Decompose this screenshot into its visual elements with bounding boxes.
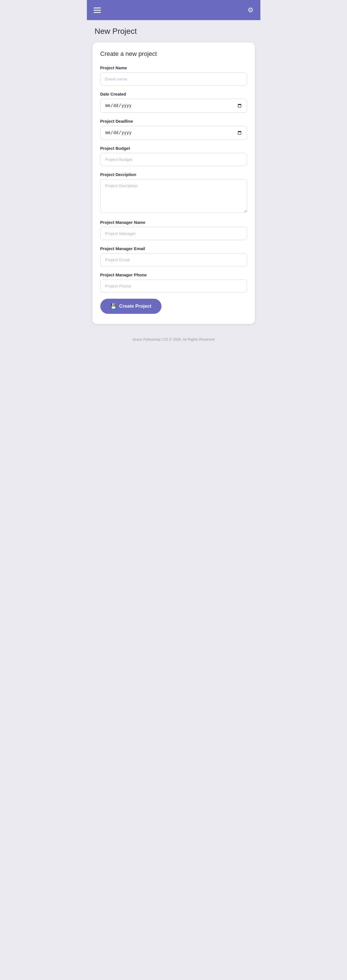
new-project-form-card: Create a new project Project Name Date C…	[92, 43, 255, 324]
project-description-input[interactable]	[100, 179, 247, 213]
project-name-group: Project Name	[100, 65, 247, 86]
date-created-input[interactable]	[100, 99, 247, 113]
project-manager-email-input[interactable]	[100, 253, 247, 266]
project-description-label: Project Decription	[100, 172, 247, 177]
footer-text: Grace Fellowship LTD © 2020. All Rights …	[132, 337, 215, 342]
project-name-input[interactable]	[100, 72, 247, 86]
project-budget-input[interactable]	[100, 153, 247, 166]
project-description-group: Project Decription	[100, 172, 247, 214]
project-manager-email-label: Project Manager Email	[100, 246, 247, 251]
page-title: New Project	[95, 27, 253, 36]
date-created-label: Date Created	[100, 92, 247, 96]
page-title-section: New Project	[87, 20, 260, 40]
hamburger-menu[interactable]	[94, 8, 101, 13]
project-deadline-group: Project Deadline	[100, 119, 247, 140]
project-manager-name-input[interactable]	[100, 227, 247, 240]
project-manager-name-group: Project Manager Name	[100, 220, 247, 240]
create-project-button[interactable]: 💾 Create Project	[100, 299, 161, 314]
app-header: ⚙	[87, 0, 260, 20]
project-manager-name-label: Project Manager Name	[100, 220, 247, 225]
save-icon: 💾	[110, 303, 116, 309]
form-title: Create a new project	[100, 50, 247, 57]
date-created-group: Date Created	[100, 92, 247, 113]
project-manager-phone-group: Project Manager Phone	[100, 272, 247, 293]
gear-icon[interactable]: ⚙	[248, 6, 254, 14]
footer: Grace Fellowship LTD © 2020. All Rights …	[87, 333, 260, 349]
project-budget-label: Project Budget	[100, 146, 247, 151]
project-manager-phone-label: Project Manager Phone	[100, 272, 247, 277]
submit-button-label: Create Project	[119, 304, 151, 309]
project-manager-phone-input[interactable]	[100, 280, 247, 293]
project-deadline-input[interactable]	[100, 126, 247, 140]
project-name-label: Project Name	[100, 65, 247, 70]
project-budget-group: Project Budget	[100, 146, 247, 166]
project-manager-email-group: Project Manager Email	[100, 246, 247, 266]
project-deadline-label: Project Deadline	[100, 119, 247, 124]
